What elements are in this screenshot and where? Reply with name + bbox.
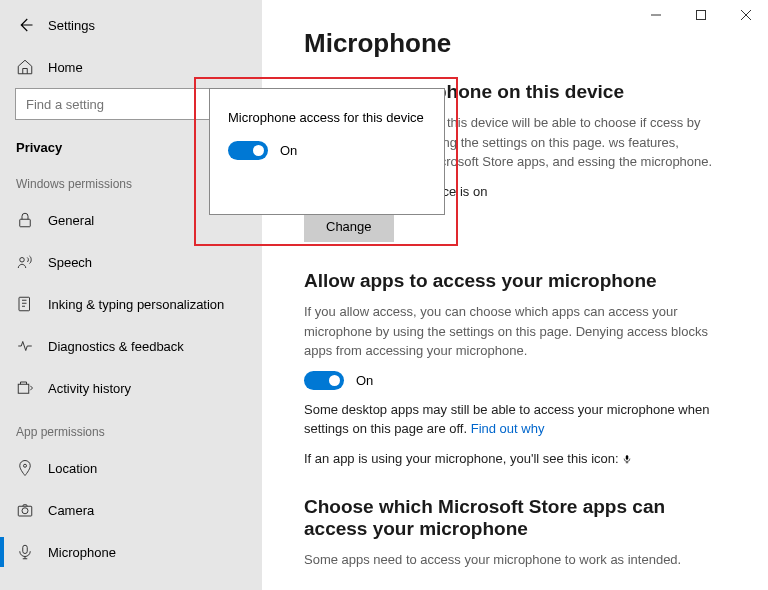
svg-point-8: [24, 464, 27, 467]
close-button[interactable]: [723, 0, 768, 30]
svg-point-5: [20, 258, 25, 263]
sidebar-item-microphone[interactable]: Microphone: [0, 531, 262, 573]
sidebar-item-inking[interactable]: Inking & typing personalization: [0, 283, 262, 325]
flyout-title: Microphone access for this device: [228, 109, 426, 127]
desktop-apps-note: Some desktop apps may still be able to a…: [304, 400, 728, 439]
svg-rect-6: [19, 297, 30, 311]
sidebar-header: Settings: [0, 8, 262, 46]
svg-rect-7: [18, 384, 29, 393]
microphone-status-icon: [622, 452, 632, 466]
toggle-label: On: [280, 143, 297, 158]
sidebar-item-speech[interactable]: Speech: [0, 241, 262, 283]
svg-rect-11: [23, 545, 28, 553]
nav-label: Activity history: [48, 381, 131, 396]
diagnostics-icon: [16, 337, 34, 355]
page-title: Microphone: [304, 28, 728, 59]
nav-label: Diagnostics & feedback: [48, 339, 184, 354]
svg-rect-4: [20, 219, 31, 227]
section-allow-apps: Allow apps to access your microphone If …: [304, 270, 728, 468]
nav-label: Inking & typing personalization: [48, 297, 224, 312]
svg-rect-1: [696, 11, 705, 20]
back-icon[interactable]: [16, 16, 34, 34]
toggle-track[interactable]: [228, 141, 268, 160]
device-access-flyout: Microphone access for this device On: [209, 88, 445, 215]
sidebar-item-camera[interactable]: Camera: [0, 489, 262, 531]
home-icon: [16, 58, 34, 76]
allow-apps-toggle[interactable]: On: [304, 371, 728, 390]
lock-icon: [16, 211, 34, 229]
toggle-label: On: [356, 373, 373, 388]
nav-label: Speech: [48, 255, 92, 270]
window-controls: [633, 0, 768, 30]
group-app-permissions: App permissions: [0, 409, 262, 447]
microphone-icon: [16, 543, 34, 561]
maximize-button[interactable]: [678, 0, 723, 30]
activity-icon: [16, 379, 34, 397]
nav-label: Camera: [48, 503, 94, 518]
camera-icon: [16, 501, 34, 519]
svg-point-10: [22, 508, 28, 514]
nav-label: Location: [48, 461, 97, 476]
svg-rect-12: [626, 455, 629, 460]
mic-icon-note: If an app is using your microphone, you'…: [304, 449, 728, 469]
toggle-track[interactable]: [304, 371, 344, 390]
speech-icon: [16, 253, 34, 271]
section-heading: Choose which Microsoft Store apps can ac…: [304, 496, 728, 540]
nav-label: Microphone: [48, 545, 116, 560]
sidebar-item-diagnostics[interactable]: Diagnostics & feedback: [0, 325, 262, 367]
nav-label: Home: [48, 60, 83, 75]
sidebar-item-activity[interactable]: Activity history: [0, 367, 262, 409]
section-body: If you allow access, you can choose whic…: [304, 302, 728, 361]
change-button[interactable]: Change: [304, 211, 394, 242]
minimize-button[interactable]: [633, 0, 678, 30]
inking-icon: [16, 295, 34, 313]
find-out-why-link[interactable]: Find out why: [471, 421, 545, 436]
location-icon: [16, 459, 34, 477]
device-access-toggle[interactable]: On: [228, 141, 426, 160]
nav-label: General: [48, 213, 94, 228]
section-heading: Allow apps to access your microphone: [304, 270, 728, 292]
sidebar-item-home[interactable]: Home: [0, 46, 262, 88]
settings-title: Settings: [48, 18, 95, 33]
sidebar-item-location[interactable]: Location: [0, 447, 262, 489]
section-choose-apps: Choose which Microsoft Store apps can ac…: [304, 496, 728, 570]
section-body: Some apps need to access your microphone…: [304, 550, 728, 570]
